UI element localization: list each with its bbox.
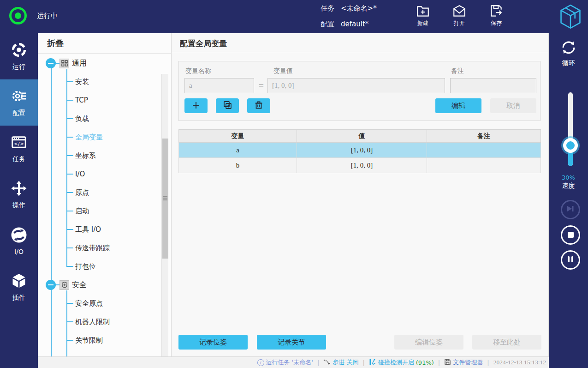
tree-item-robot-limits[interactable]: 机器人限制 xyxy=(38,313,158,331)
tree-item-tcp[interactable]: TCP xyxy=(38,91,158,109)
tree-item-joint-limits[interactable]: 关节限制 xyxy=(38,331,158,350)
variable-value-input[interactable] xyxy=(267,78,445,93)
nav-label-config: 配置 xyxy=(12,109,25,117)
move-here-button[interactable]: 移至此处 xyxy=(472,335,541,350)
equals-sign: = xyxy=(258,81,264,90)
record-pose-button[interactable]: 记录位姿 xyxy=(178,335,248,350)
datetime-display: 2024-12-13 15:13:12 xyxy=(493,359,546,366)
copy-variable-button[interactable] xyxy=(216,98,239,113)
table-row[interactable]: b [1, 0, 0] xyxy=(179,158,541,173)
tree-item-startup[interactable]: 启动 xyxy=(38,202,158,220)
right-control-panel: 循环 30% 速度 xyxy=(549,33,588,368)
col-value: 值 xyxy=(297,130,427,143)
edit-pose-button[interactable]: 编辑位姿 xyxy=(394,335,463,350)
nav-item-io[interactable]: I/O xyxy=(0,218,38,264)
tree-item-payload[interactable]: 负载 xyxy=(38,109,158,128)
nav-item-plugin[interactable]: 插件 xyxy=(0,264,38,310)
speed-slider-track[interactable] xyxy=(568,92,573,166)
table-header-row: 变量 值 备注 xyxy=(179,130,541,143)
nav-label-task: 任务 xyxy=(12,155,25,163)
top-bar: 运行中 任务 <未命名>* 配置 default* 新建 打开 保存 xyxy=(0,0,588,33)
open-envelope-icon xyxy=(445,4,474,18)
col-variable: 变量 xyxy=(179,130,297,143)
variables-table: 变量 值 备注 a [1, 0, 0] b [1, 0, 0] xyxy=(178,129,541,173)
collapse-minus-icon[interactable] xyxy=(46,58,56,68)
stop-icon xyxy=(568,231,574,240)
code-window-icon: </> xyxy=(11,134,27,152)
trash-icon xyxy=(255,101,263,111)
nav-item-task[interactable]: </> 任务 xyxy=(0,126,38,172)
stop-button[interactable] xyxy=(561,225,580,245)
io-swap-icon xyxy=(11,227,27,245)
nav-item-run[interactable]: 运行 xyxy=(0,33,38,79)
collapse-header[interactable]: 折叠 xyxy=(38,33,171,54)
tree-node-safety[interactable]: 安全 xyxy=(38,276,158,294)
file-manager-link[interactable]: 文件管理器 xyxy=(444,358,483,367)
general-grid-icon xyxy=(59,59,69,68)
nav-label-plugin: 插件 xyxy=(12,294,25,302)
pause-button[interactable] xyxy=(561,250,580,270)
task-name-value: <未命名>* xyxy=(341,4,377,13)
step-mode-icon xyxy=(323,359,331,367)
remark-input[interactable] xyxy=(450,78,536,93)
config-name-value: default* xyxy=(341,20,368,29)
save-button[interactable]: 保存 xyxy=(481,4,511,27)
tree-node-label: 通用 xyxy=(72,59,87,68)
run-target-icon xyxy=(11,42,27,60)
svg-text:</>: </> xyxy=(14,141,24,147)
file-manager-icon xyxy=(444,358,451,367)
collision-percent: (91%) xyxy=(416,359,434,366)
loop-label: 循环 xyxy=(549,59,588,67)
tree-item-coordinate[interactable]: 坐标系 xyxy=(38,146,158,165)
record-joints-button[interactable]: 记录关节 xyxy=(257,335,326,350)
open-button[interactable]: 打开 xyxy=(445,4,474,27)
task-row: 任务 <未命名>* xyxy=(321,4,377,13)
tree-scrollbar-thumb[interactable] xyxy=(162,139,168,259)
run-state-label: 运行中 xyxy=(37,12,58,20)
table-row-selected[interactable]: a [1, 0, 0] xyxy=(179,143,541,158)
move-arrows-icon xyxy=(11,180,27,199)
tree-item-pack-position[interactable]: 打包位 xyxy=(38,257,158,276)
safety-shield-icon xyxy=(59,280,69,290)
nav-label-run: 运行 xyxy=(12,63,25,71)
global-variables-panel: 配置全局变量 变量名称 变量值 备注 = 编辑 取消 变量 值 备注 a [1,… xyxy=(172,33,549,356)
tree-item-home[interactable]: 原点 xyxy=(38,183,158,202)
value-label: 变量值 xyxy=(273,67,293,75)
config-row: 配置 default* xyxy=(321,20,368,29)
remark-label: 备注 xyxy=(451,67,464,75)
collision-detection-toggle[interactable]: 碰撞检测开启(91%) xyxy=(369,358,434,367)
config-label: 配置 xyxy=(321,20,334,29)
delete-variable-button[interactable] xyxy=(247,98,270,113)
edit-button[interactable]: 编辑 xyxy=(435,98,481,113)
speed-label: 速度 xyxy=(549,182,588,190)
tree-item-safety-home[interactable]: 安全原点 xyxy=(38,294,158,313)
cancel-button[interactable]: 取消 xyxy=(490,98,536,113)
task-label: 任务 xyxy=(321,4,334,13)
nav-item-config[interactable]: 配置 xyxy=(0,79,38,126)
tree-node-general[interactable]: 通用 xyxy=(38,54,158,72)
step-mode-toggle[interactable]: 步进 关闭 xyxy=(323,358,358,367)
config-tree: 通用 安装 TCP 负载 全局变量 坐标系 I/O 原点 启动 工具 I/O 传… xyxy=(38,54,171,356)
new-label: 新建 xyxy=(408,19,438,27)
collapse-minus-icon[interactable] xyxy=(46,280,56,290)
skip-icon xyxy=(566,205,575,214)
copy-icon xyxy=(223,101,232,111)
config-tree-panel: 折叠 通用 安装 TCP 负载 全局变量 坐标系 I/O 原点 启动 工具 I/… xyxy=(38,33,172,356)
loop-button[interactable]: 循环 xyxy=(549,39,588,67)
tree-item-conveyor[interactable]: 传送带跟踪 xyxy=(38,239,158,257)
variable-name-input[interactable] xyxy=(184,78,254,93)
nav-item-operate[interactable]: 操作 xyxy=(0,172,38,218)
tree-item-io[interactable]: I/O xyxy=(38,165,158,183)
add-variable-button[interactable] xyxy=(184,98,208,113)
running-task-status: i 运行任务 '未命名' xyxy=(257,358,313,367)
tree-item-clipped[interactable] xyxy=(38,350,158,356)
speed-slider-thumb[interactable] xyxy=(563,138,578,153)
tree-item-install[interactable]: 安装 xyxy=(38,72,158,91)
loop-arrows-icon xyxy=(560,49,577,58)
tree-item-global-variables[interactable]: 全局变量 xyxy=(38,128,158,146)
save-label: 保存 xyxy=(481,19,511,27)
tree-item-tool-io[interactable]: 工具 I/O xyxy=(38,220,158,239)
new-button[interactable]: 新建 xyxy=(408,4,438,27)
step-next-button[interactable] xyxy=(561,200,580,219)
tree-scrollbar[interactable] xyxy=(161,74,168,356)
